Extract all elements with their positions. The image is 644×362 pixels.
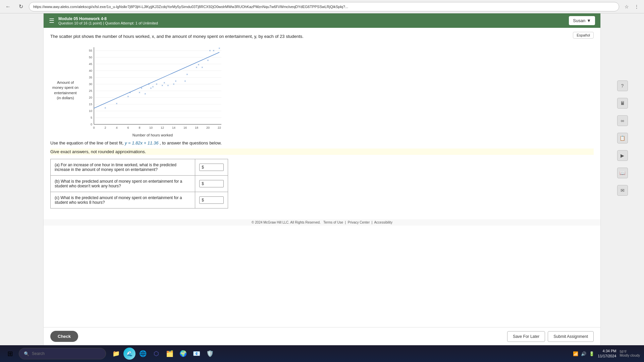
dollar-sign-b: $ [202,181,204,186]
svg-text:45: 45 [89,62,92,66]
table-row: (a) For an increase of one hour in time … [51,159,228,176]
dollar-sign-a: $ [202,165,204,170]
calculator-icon[interactable]: 🖩 [617,98,628,109]
taskbar-time-display: 4:34 PM 11/17/2024 [598,349,616,359]
url-bar[interactable] [29,2,619,11]
answer-cell-c: $ [195,192,228,208]
svg-text:20: 20 [89,96,92,99]
svg-text:35: 35 [89,76,92,79]
svg-text:×: × [104,106,106,110]
taskbar-app-browser[interactable]: 🌍 [177,348,189,360]
taskbar-date: 11/17/2024 [598,354,616,359]
question-info: Question 10 of 16 (1 point) | Question A… [58,21,158,25]
copyright: © 2024 McGraw Hill LLC. All Rights Reser… [252,221,321,224]
taskbar-app-security[interactable]: 🛡️ [204,348,216,360]
svg-text:×: × [201,66,203,69]
taskbar-search-input[interactable] [32,351,101,356]
svg-text:×: × [196,66,197,69]
header-left: ☰ Module 05 Homework 4-8 Question 10 of … [49,16,158,25]
check-button[interactable]: Check [50,331,78,342]
svg-text:×: × [175,79,176,83]
svg-text:6: 6 [127,126,129,129]
svg-text:50: 50 [89,56,92,59]
svg-text:15: 15 [89,103,92,106]
svg-text:×: × [198,63,199,66]
svg-text:25: 25 [89,89,92,93]
answer-input-b[interactable] [205,181,221,186]
dollar-input-b: $ [199,180,224,187]
svg-text:×: × [184,79,186,83]
taskbar-time: 4:34 PM [598,349,616,354]
svg-text:12: 12 [161,126,164,129]
svg-text:16: 16 [183,126,187,129]
refresh-button[interactable]: ↻ [16,2,25,11]
taskbar-app-folder[interactable]: 🗂️ [164,348,176,360]
main-wrapper: ☰ Module 05 Homework 4-8 Question 10 of … [44,13,600,345]
table-row: (b) What is the predicted amount of mone… [51,176,228,192]
notes-icon[interactable]: 📋 [617,133,628,143]
taskbar: ⊞ 🔍 📁 🌊 🌐 ⬡ 🗂️ 🌍 📧 🛡️ 📶 🔊 🔋 4:34 PM 11/1… [0,345,644,362]
svg-text:×: × [141,86,142,90]
svg-text:20: 20 [206,126,210,129]
terms-link[interactable]: Terms of Use [323,221,343,224]
taskbar-search-bar[interactable]: 🔍 [19,348,106,359]
equation-text: Use the equation of the line of best fit… [50,140,594,147]
y-axis-label: Amount ofmoney spent onentertainment(in … [50,80,80,101]
bookmark-button[interactable]: ☆ [623,3,631,11]
equation: y = 1.82x + 11.36 [125,140,158,145]
answer-table: (a) For an increase of one hour in time … [50,159,228,208]
chart-svg-wrapper: 5 10 15 20 25 30 35 40 [80,44,225,137]
answer-cell-b: $ [195,176,228,192]
svg-text:8: 8 [139,126,140,129]
submit-assignment-button[interactable]: Submit Assignment [548,331,594,342]
svg-text:0: 0 [91,123,92,126]
help-icon[interactable]: ? [617,80,628,91]
privacy-link[interactable]: Privacy Center [348,221,370,224]
dollar-input-a: $ [199,164,224,171]
back-button[interactable]: ← [3,2,13,11]
hamburger-icon[interactable]: ☰ [49,17,54,24]
mail-icon[interactable]: ✉ [617,185,628,196]
svg-line-37 [94,52,219,108]
start-button[interactable]: ⊞ [4,348,16,360]
svg-text:40: 40 [89,69,92,72]
save-later-button[interactable]: Save For Later [507,331,545,342]
user-button[interactable]: Susan ▼ [569,16,595,25]
taskbar-app-mail[interactable]: 📧 [191,348,203,360]
svg-text:10: 10 [89,109,92,113]
weather-display: 56°F Mostly cloudy [620,350,640,357]
svg-text:18: 18 [195,126,198,129]
taskbar-app-teams[interactable]: ⬡ [150,348,162,360]
taskbar-app-files[interactable]: 📁 [110,348,122,360]
x-axis-label: Number of hours worked [80,133,225,137]
dollar-sign-c: $ [202,198,204,202]
bottom-right-buttons: Save For Later Submit Assignment [507,331,594,342]
book-icon[interactable]: 📖 [617,168,628,178]
battery-icon: 🔋 [589,351,594,356]
svg-text:5: 5 [91,116,92,119]
svg-text:×: × [139,91,140,94]
question-text: The scatter plot shows the number of hou… [50,33,594,40]
taskbar-app-edge[interactable]: 🌐 [137,348,149,360]
answer-input-a[interactable] [205,165,221,170]
accessibility-link[interactable]: Accessibility [374,221,392,224]
cortana-icon[interactable]: 🌊 [123,348,136,360]
taskbar-system-icons: 📶 🔊 🔋 [573,351,594,356]
play-icon[interactable]: ▶ [617,150,628,161]
answer-input-c[interactable] [205,198,221,202]
settings-button[interactable]: ⋮ [633,3,641,11]
infinity-icon[interactable]: ∞ [617,115,628,126]
table-row: (c) What is the predicted amount of mone… [51,192,228,208]
volume-icon: 🔊 [581,351,586,356]
answer-cell-a: $ [195,159,228,176]
give-text: Give exact answers, not rounded approxim… [50,148,594,155]
svg-text:×: × [116,102,117,105]
module-title: Module 05 Homework 4-8 [58,16,158,21]
taskbar-search-icon: 🔍 [24,351,29,356]
svg-text:×: × [148,82,150,86]
header-title-block: Module 05 Homework 4-8 Question 10 of 16… [58,16,158,25]
taskbar-apps: 📁 🌊 🌐 ⬡ 🗂️ 🌍 📧 🛡️ [110,348,216,360]
espanol-button[interactable]: Español [573,32,594,39]
user-name: Susan [573,18,585,23]
question-b: (b) What is the predicted amount of mone… [51,176,195,192]
